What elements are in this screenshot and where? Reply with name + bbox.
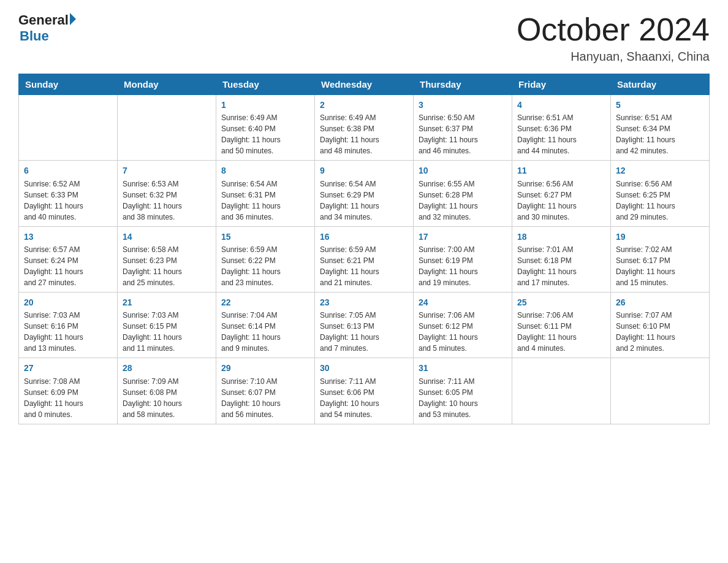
day-number: 17: [419, 231, 507, 243]
day-info: Sunrise: 6:54 AMSunset: 6:31 PMDaylight:…: [221, 178, 309, 223]
day-info: Sunrise: 7:01 AMSunset: 6:18 PMDaylight:…: [517, 244, 605, 288]
weekday-header-wednesday: Wednesday: [315, 74, 414, 95]
day-number: 2: [320, 99, 408, 111]
day-number: 29: [221, 362, 309, 374]
day-number: 21: [123, 296, 211, 308]
location-title: Hanyuan, Shaanxi, China: [517, 50, 710, 64]
weekday-header-thursday: Thursday: [414, 74, 512, 95]
day-info: Sunrise: 7:02 AMSunset: 6:17 PMDaylight:…: [616, 244, 704, 288]
calendar-cell: 9Sunrise: 6:54 AMSunset: 6:29 PMDaylight…: [315, 161, 414, 226]
day-info: Sunrise: 7:09 AMSunset: 6:08 PMDaylight:…: [123, 376, 211, 420]
day-number: 11: [517, 164, 605, 177]
day-number: 30: [320, 362, 408, 374]
calendar-cell: 23Sunrise: 7:05 AMSunset: 6:13 PMDayligh…: [315, 293, 414, 358]
week-row-1: 1Sunrise: 6:49 AMSunset: 6:40 PMDaylight…: [19, 95, 710, 161]
logo: General Blue: [18, 12, 76, 44]
day-info: Sunrise: 6:56 AMSunset: 6:25 PMDaylight:…: [616, 178, 704, 223]
day-info: Sunrise: 7:11 AMSunset: 6:06 PMDaylight:…: [320, 376, 408, 420]
day-info: Sunrise: 7:03 AMSunset: 6:15 PMDaylight:…: [123, 310, 211, 354]
day-info: Sunrise: 7:11 AMSunset: 6:05 PMDaylight:…: [419, 376, 507, 420]
calendar-cell: 13Sunrise: 6:57 AMSunset: 6:24 PMDayligh…: [19, 226, 118, 292]
calendar-cell: 28Sunrise: 7:09 AMSunset: 6:08 PMDayligh…: [118, 358, 216, 424]
calendar-cell: 4Sunrise: 6:51 AMSunset: 6:36 PMDaylight…: [512, 95, 611, 161]
day-info: Sunrise: 7:04 AMSunset: 6:14 PMDaylight:…: [221, 310, 309, 354]
day-number: 19: [616, 231, 704, 243]
day-info: Sunrise: 6:59 AMSunset: 6:22 PMDaylight:…: [221, 244, 309, 288]
week-row-2: 6Sunrise: 6:52 AMSunset: 6:33 PMDaylight…: [19, 161, 710, 226]
day-info: Sunrise: 7:03 AMSunset: 6:16 PMDaylight:…: [24, 310, 112, 354]
day-info: Sunrise: 6:49 AMSunset: 6:40 PMDaylight:…: [221, 112, 309, 156]
day-info: Sunrise: 6:56 AMSunset: 6:27 PMDaylight:…: [517, 178, 605, 223]
day-info: Sunrise: 6:55 AMSunset: 6:28 PMDaylight:…: [419, 178, 507, 223]
day-number: 14: [123, 231, 211, 243]
calendar-cell: 26Sunrise: 7:07 AMSunset: 6:10 PMDayligh…: [611, 293, 710, 358]
day-info: Sunrise: 7:00 AMSunset: 6:19 PMDaylight:…: [419, 244, 507, 288]
calendar-cell: 20Sunrise: 7:03 AMSunset: 6:16 PMDayligh…: [19, 293, 118, 358]
day-number: 25: [517, 296, 605, 308]
day-number: 18: [517, 231, 605, 243]
day-info: Sunrise: 6:50 AMSunset: 6:37 PMDaylight:…: [419, 112, 507, 156]
calendar-cell: 25Sunrise: 7:06 AMSunset: 6:11 PMDayligh…: [512, 293, 611, 358]
day-number: 10: [419, 164, 507, 177]
calendar-cell: 27Sunrise: 7:08 AMSunset: 6:09 PMDayligh…: [19, 358, 118, 424]
calendar-cell: 16Sunrise: 6:59 AMSunset: 6:21 PMDayligh…: [315, 226, 414, 292]
calendar-cell: 30Sunrise: 7:11 AMSunset: 6:06 PMDayligh…: [315, 358, 414, 424]
day-info: Sunrise: 7:06 AMSunset: 6:12 PMDaylight:…: [419, 310, 507, 354]
day-number: 1: [221, 99, 309, 111]
week-row-4: 20Sunrise: 7:03 AMSunset: 6:16 PMDayligh…: [19, 293, 710, 358]
calendar-table: SundayMondayTuesdayWednesdayThursdayFrid…: [18, 74, 710, 424]
day-info: Sunrise: 6:51 AMSunset: 6:34 PMDaylight:…: [616, 112, 704, 156]
weekday-header-monday: Monday: [118, 74, 216, 95]
title-block: October 2024 Hanyuan, Shaanxi, China: [517, 12, 710, 64]
calendar-cell: 12Sunrise: 6:56 AMSunset: 6:25 PMDayligh…: [611, 161, 710, 226]
weekday-header-tuesday: Tuesday: [216, 74, 315, 95]
day-number: 9: [320, 164, 408, 177]
calendar-cell: 17Sunrise: 7:00 AMSunset: 6:19 PMDayligh…: [414, 226, 512, 292]
calendar-cell: 14Sunrise: 6:58 AMSunset: 6:23 PMDayligh…: [118, 226, 216, 292]
day-info: Sunrise: 6:53 AMSunset: 6:32 PMDaylight:…: [123, 178, 211, 223]
calendar-cell: 10Sunrise: 6:55 AMSunset: 6:28 PMDayligh…: [414, 161, 512, 226]
calendar-cell: 3Sunrise: 6:50 AMSunset: 6:37 PMDaylight…: [414, 95, 512, 161]
weekday-header-friday: Friday: [512, 74, 611, 95]
day-number: 3: [419, 99, 507, 111]
day-number: 15: [221, 231, 309, 243]
calendar-cell: 15Sunrise: 6:59 AMSunset: 6:22 PMDayligh…: [216, 226, 315, 292]
calendar-cell: [512, 358, 611, 424]
day-info: Sunrise: 6:54 AMSunset: 6:29 PMDaylight:…: [320, 178, 408, 223]
day-info: Sunrise: 6:58 AMSunset: 6:23 PMDaylight:…: [123, 244, 211, 288]
day-number: 31: [419, 362, 507, 374]
logo-arrow-icon: [70, 13, 76, 25]
week-row-3: 13Sunrise: 6:57 AMSunset: 6:24 PMDayligh…: [19, 226, 710, 292]
day-number: 13: [24, 231, 112, 243]
calendar-cell: [118, 95, 216, 161]
calendar-cell: 18Sunrise: 7:01 AMSunset: 6:18 PMDayligh…: [512, 226, 611, 292]
calendar-cell: 21Sunrise: 7:03 AMSunset: 6:15 PMDayligh…: [118, 293, 216, 358]
day-number: 22: [221, 296, 309, 308]
day-number: 6: [24, 164, 112, 177]
calendar-cell: 24Sunrise: 7:06 AMSunset: 6:12 PMDayligh…: [414, 293, 512, 358]
calendar-cell: 7Sunrise: 6:53 AMSunset: 6:32 PMDaylight…: [118, 161, 216, 226]
calendar-cell: [611, 358, 710, 424]
day-number: 12: [616, 164, 704, 177]
calendar-cell: 6Sunrise: 6:52 AMSunset: 6:33 PMDaylight…: [19, 161, 118, 226]
day-number: 24: [419, 296, 507, 308]
day-number: 26: [616, 296, 704, 308]
calendar-cell: [19, 95, 118, 161]
day-number: 23: [320, 296, 408, 308]
day-number: 5: [616, 99, 704, 111]
logo-general: General: [18, 12, 69, 28]
calendar-cell: 11Sunrise: 6:56 AMSunset: 6:27 PMDayligh…: [512, 161, 611, 226]
weekday-header-saturday: Saturday: [611, 74, 710, 95]
day-number: 27: [24, 362, 112, 374]
calendar-cell: 29Sunrise: 7:10 AMSunset: 6:07 PMDayligh…: [216, 358, 315, 424]
day-info: Sunrise: 7:08 AMSunset: 6:09 PMDaylight:…: [24, 376, 112, 420]
day-number: 16: [320, 231, 408, 243]
day-info: Sunrise: 7:06 AMSunset: 6:11 PMDaylight:…: [517, 310, 605, 354]
day-info: Sunrise: 6:59 AMSunset: 6:21 PMDaylight:…: [320, 244, 408, 288]
day-info: Sunrise: 6:49 AMSunset: 6:38 PMDaylight:…: [320, 112, 408, 156]
week-row-5: 27Sunrise: 7:08 AMSunset: 6:09 PMDayligh…: [19, 358, 710, 424]
calendar-cell: 31Sunrise: 7:11 AMSunset: 6:05 PMDayligh…: [414, 358, 512, 424]
calendar-cell: 19Sunrise: 7:02 AMSunset: 6:17 PMDayligh…: [611, 226, 710, 292]
day-number: 20: [24, 296, 112, 308]
weekday-header-row: SundayMondayTuesdayWednesdayThursdayFrid…: [19, 74, 710, 95]
